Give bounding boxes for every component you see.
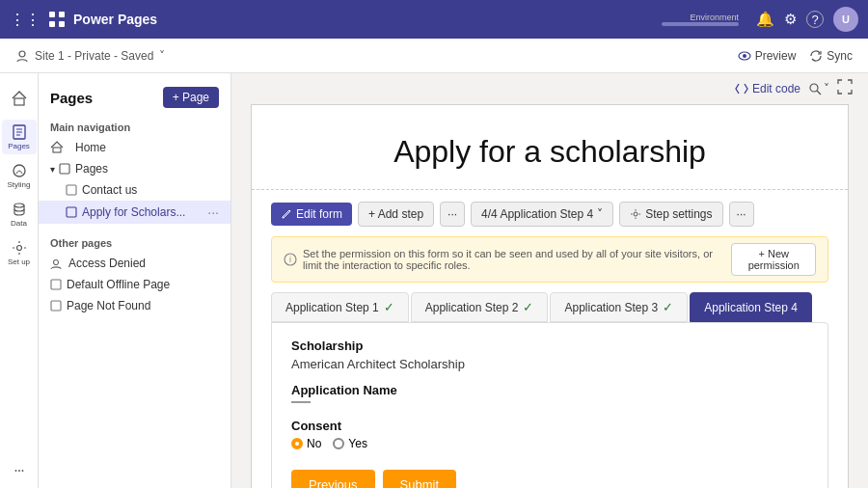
form-toolbar-dots-button[interactable]: ··· bbox=[440, 202, 465, 227]
offline-page-icon bbox=[50, 279, 62, 290]
edit-code-button[interactable]: Edit code bbox=[735, 82, 800, 95]
step-settings-button[interactable]: Step settings bbox=[619, 202, 722, 227]
environment-label: Environment bbox=[690, 13, 739, 22]
step2-check-icon: ✓ bbox=[523, 300, 533, 314]
chevron-icon[interactable]: ˅ bbox=[159, 49, 165, 63]
main-layout: Pages Styling Data Set up ··· Pages + Pa… bbox=[0, 73, 868, 488]
access-denied-icon bbox=[50, 258, 63, 270]
nav-item-offline[interactable]: Default Offline Page bbox=[39, 274, 231, 295]
consent-no-label: No bbox=[307, 437, 321, 450]
subbar: Site 1 - Private - Saved ˅ Preview Sync bbox=[0, 39, 868, 73]
consent-label: Consent bbox=[291, 419, 808, 433]
new-permission-button[interactable]: + New permission bbox=[731, 243, 816, 276]
previous-button[interactable]: Previous bbox=[291, 470, 375, 488]
avatar[interactable]: U bbox=[833, 7, 858, 32]
step4-label: Application Step 4 bbox=[704, 301, 798, 314]
bell-icon[interactable]: 🔔 bbox=[756, 11, 774, 28]
environment-bar bbox=[662, 22, 739, 26]
svg-point-24 bbox=[634, 212, 637, 216]
add-step-button[interactable]: + Add step bbox=[358, 202, 434, 227]
step-settings-dots-button[interactable]: ··· bbox=[729, 202, 754, 227]
svg-rect-17 bbox=[67, 185, 76, 195]
eye-icon bbox=[738, 49, 751, 63]
step-tab-3[interactable]: Application Step 3 ✓ bbox=[550, 292, 688, 322]
main-toolbar: Edit code ˅ bbox=[231, 73, 868, 104]
preview-label: Preview bbox=[755, 49, 797, 63]
topbar: ⋮⋮ Power Pages Environment 🔔 ⚙ ? U bbox=[0, 0, 868, 39]
sidebar-item-more[interactable]: ··· bbox=[2, 453, 37, 488]
add-step-label: + Add step bbox=[368, 207, 423, 221]
svg-rect-1 bbox=[59, 12, 65, 17]
canvas: Apply for a scholarship Edit form + Add … bbox=[251, 104, 849, 488]
nav-header: Pages + Page bbox=[39, 83, 231, 116]
consent-row: No Yes bbox=[291, 437, 808, 450]
sidebar-item-styling[interactable]: Styling bbox=[2, 158, 37, 193]
sync-label: Sync bbox=[827, 49, 853, 63]
form-card: Scholarship American Architect Scholarsh… bbox=[271, 322, 828, 488]
chevron-down-icon: ▾ bbox=[50, 164, 55, 175]
svg-rect-16 bbox=[60, 164, 69, 174]
form-action-row: Previous Submit bbox=[291, 470, 808, 488]
sidebar-styling-label: Styling bbox=[7, 180, 30, 189]
nav-panel: Pages + Page Main navigation Home ▾ Page… bbox=[39, 73, 231, 488]
sidebar-item-home[interactable] bbox=[2, 81, 37, 116]
form-section: Edit form + Add step ··· 4/4 Application… bbox=[252, 190, 848, 488]
svg-text:i: i bbox=[289, 255, 291, 264]
edit-form-icon bbox=[281, 208, 292, 220]
add-page-button[interactable]: + Page bbox=[163, 87, 219, 108]
sidebar-setup-label: Set up bbox=[8, 258, 30, 266]
home-nav-label: Home bbox=[75, 141, 106, 154]
main-content: Edit code ˅ Apply for a scholarship Edit… bbox=[231, 73, 868, 488]
form-toolbar: Edit form + Add step ··· 4/4 Application… bbox=[271, 202, 828, 227]
edit-form-button[interactable]: Edit form bbox=[271, 203, 352, 226]
svg-point-22 bbox=[810, 84, 818, 92]
svg-rect-15 bbox=[53, 148, 61, 152]
home-nav-icon bbox=[50, 141, 64, 154]
help-icon[interactable]: ? bbox=[806, 11, 824, 28]
expand-button[interactable] bbox=[837, 79, 853, 98]
zoom-button[interactable]: ˅ bbox=[808, 82, 829, 95]
sidebar-item-setup[interactable]: Set up bbox=[2, 235, 37, 270]
svg-rect-20 bbox=[51, 280, 61, 289]
grid-menu-icon[interactable] bbox=[48, 11, 66, 28]
permission-text: Set the permission on this form so it ca… bbox=[303, 248, 731, 271]
settings-icon[interactable]: ⚙ bbox=[784, 11, 797, 28]
svg-rect-2 bbox=[49, 21, 55, 27]
step-tab-4[interactable]: Application Step 4 bbox=[690, 292, 812, 322]
submit-button[interactable]: Submit bbox=[383, 470, 456, 488]
sidebar-pages-label: Pages bbox=[8, 142, 30, 150]
nav-item-pages[interactable]: ▾ Pages bbox=[39, 158, 231, 179]
svg-point-4 bbox=[19, 51, 25, 57]
preview-button[interactable]: Preview bbox=[738, 49, 797, 63]
svg-rect-0 bbox=[49, 12, 55, 17]
consent-no-option[interactable]: No bbox=[291, 437, 321, 450]
nav-item-contact[interactable]: Contact us bbox=[39, 179, 231, 201]
access-denied-label: Access Denied bbox=[68, 257, 146, 270]
sidebar-item-data[interactable]: Data bbox=[2, 197, 37, 231]
not-found-label: Page Not Found bbox=[67, 299, 150, 312]
sync-icon bbox=[809, 49, 823, 63]
apply-page-icon bbox=[66, 206, 77, 218]
nav-item-apply[interactable]: Apply for Scholars... ··· bbox=[39, 201, 231, 224]
consent-yes-option[interactable]: Yes bbox=[333, 437, 367, 450]
grid-icon[interactable]: ⋮⋮ bbox=[10, 11, 41, 29]
edit-code-icon bbox=[735, 82, 748, 95]
step-dropdown[interactable]: 4/4 Application Step 4 ˅ bbox=[471, 202, 613, 227]
nav-item-access-denied[interactable]: Access Denied bbox=[39, 253, 231, 274]
gear-icon bbox=[630, 208, 641, 220]
apply-nav-label: Apply for Scholars... bbox=[82, 205, 185, 219]
apply-more-icon[interactable]: ··· bbox=[207, 204, 219, 220]
step-tab-1[interactable]: Application Step 1 ✓ bbox=[271, 292, 409, 322]
step1-check-icon: ✓ bbox=[384, 300, 394, 314]
main-nav-label: Main navigation bbox=[39, 116, 231, 137]
nav-item-home[interactable]: Home bbox=[39, 137, 231, 158]
svg-rect-7 bbox=[14, 98, 24, 105]
info-icon: i bbox=[284, 253, 297, 266]
svg-point-13 bbox=[14, 203, 24, 207]
sidebar-item-pages[interactable]: Pages bbox=[2, 120, 37, 154]
sync-button[interactable]: Sync bbox=[809, 49, 853, 63]
svg-rect-21 bbox=[51, 301, 61, 311]
nav-item-not-found[interactable]: Page Not Found bbox=[39, 295, 231, 316]
svg-point-14 bbox=[16, 246, 21, 251]
step-tab-2[interactable]: Application Step 2 ✓ bbox=[411, 292, 549, 322]
